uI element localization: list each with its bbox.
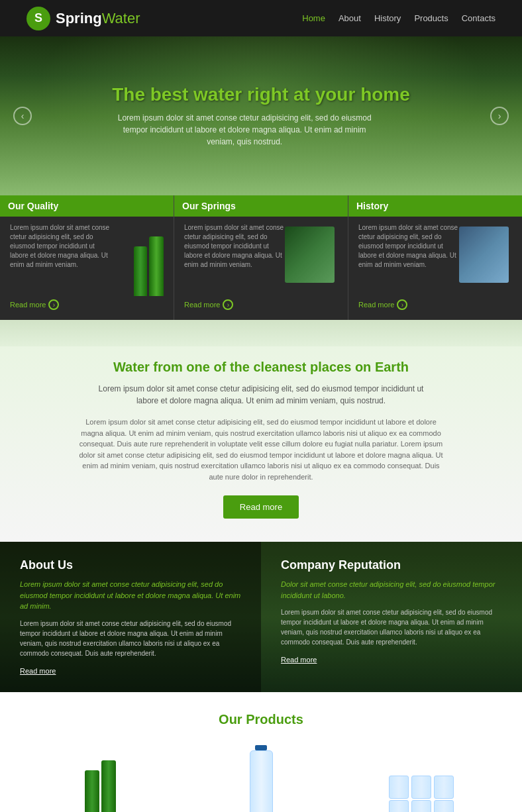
product-0-image	[26, 744, 174, 813]
nav-about[interactable]: About	[339, 13, 361, 23]
about-title: About Us	[20, 558, 241, 572]
history-card-text: Lorem ipsum dolor sit amet conse ctetur …	[358, 223, 458, 270]
water-section: Water from one of the cleanest places on…	[0, 320, 522, 542]
feature-card-springs: Our Springs Lorem ipsum dolor sit amet c…	[174, 195, 348, 320]
quality-readmore-icon: ›	[48, 299, 59, 310]
nav-home[interactable]: Home	[302, 13, 325, 23]
springs-readmore-icon: ›	[223, 299, 233, 310]
header: S SpringWater Home About History Product…	[0, 0, 522, 36]
water-title: Water from one of the cleanest places on…	[26, 360, 496, 375]
water-bg-top	[0, 320, 522, 346]
hero-title-normal: The best	[112, 84, 193, 105]
nav-products[interactable]: Products	[414, 13, 448, 23]
hero-title-end: right at your home	[242, 84, 410, 105]
history-read-more[interactable]: Read more ›	[358, 299, 512, 310]
history-image	[459, 227, 509, 283]
main-nav: Home About History Products Contacts	[302, 13, 496, 23]
about-read-more[interactable]: Read more	[20, 667, 56, 675]
hero-prev-arrow[interactable]: ‹	[13, 107, 32, 125]
logo-water: Water	[102, 10, 140, 26]
reputation-read-more[interactable]: Read more	[281, 656, 317, 664]
about-highlight: Lorem ipsum dolor sit amet conse ctetur …	[20, 579, 241, 612]
history-readmore-icon: ›	[397, 299, 407, 310]
feature-cards: Our Quality Lorem ipsum dolor sit amet c…	[0, 195, 522, 320]
water-subtitle: Lorem ipsum dolor sit amet conse ctetur …	[95, 383, 427, 407]
about-text: Lorem ipsum dolor sit amet conse ctetur …	[20, 619, 241, 658]
about-left-panel: About Us Lorem ipsum dolor sit amet cons…	[0, 542, 261, 692]
quality-card-title: Our Quality	[0, 195, 174, 217]
hero-content: The best water right at your home Lorem …	[112, 84, 410, 148]
product-1-image	[187, 744, 335, 813]
feature-card-quality: Our Quality Lorem ipsum dolor sit amet c…	[0, 195, 174, 320]
products-grid: Lorem ipsum dolor sit amet co Lorem ipsu…	[26, 744, 496, 813]
nav-history[interactable]: History	[374, 13, 401, 23]
about-section: About Us Lorem ipsum dolor sit amet cons…	[0, 542, 522, 692]
hero-section: ‹ The best water right at your home Lore…	[0, 36, 522, 195]
product-card-2: Excepteur sint occaeca Lorem ipsum dolor…	[348, 744, 496, 813]
hero-title-accent: water	[193, 84, 242, 105]
nav-contacts[interactable]: Contacts	[462, 13, 496, 23]
hero-subtitle: Lorem ipsum dolor sit amet conse ctetur …	[112, 112, 377, 148]
quality-read-more[interactable]: Read more ›	[10, 299, 164, 310]
hero-title: The best water right at your home	[112, 84, 410, 105]
products-section: Our Products Lorem ipsum dolor sit amet …	[0, 692, 522, 813]
springs-image	[285, 227, 335, 283]
reputation-highlight: Dolor sit amet conse ctetur adipisicing …	[281, 579, 502, 601]
product-2-image	[348, 744, 496, 813]
springs-card-title: Our Springs	[174, 195, 348, 217]
springs-card-text: Lorem ipsum dolor sit amet conse ctetur …	[184, 223, 284, 270]
quality-card-text: Lorem ipsum dolor sit amet conse ctetur …	[10, 223, 110, 270]
logo: S SpringWater	[26, 7, 140, 30]
product-card-1: Ipsum dolor sit amet co Lorem ipsum dolo…	[187, 744, 335, 813]
hero-next-arrow[interactable]: ›	[490, 107, 509, 125]
water-read-more-button[interactable]: Read more	[223, 495, 299, 519]
products-title: Our Products	[26, 712, 496, 727]
reputation-text: Lorem ipsum dolor sit amet conse ctetur …	[281, 607, 502, 647]
logo-icon: S	[26, 7, 50, 30]
springs-read-more[interactable]: Read more ›	[184, 299, 338, 310]
water-body: Lorem ipsum dolor sit amet conse ctetur …	[79, 417, 443, 482]
product-card-0: Lorem ipsum dolor sit amet co Lorem ipsu…	[26, 744, 174, 813]
feature-card-history: History Lorem ipsum dolor sit amet conse…	[348, 195, 522, 320]
about-right-panel: Company Reputation Dolor sit amet conse …	[261, 542, 522, 692]
reputation-title: Company Reputation	[281, 558, 502, 572]
logo-spring: Spring	[56, 10, 102, 26]
history-card-title: History	[348, 195, 522, 217]
